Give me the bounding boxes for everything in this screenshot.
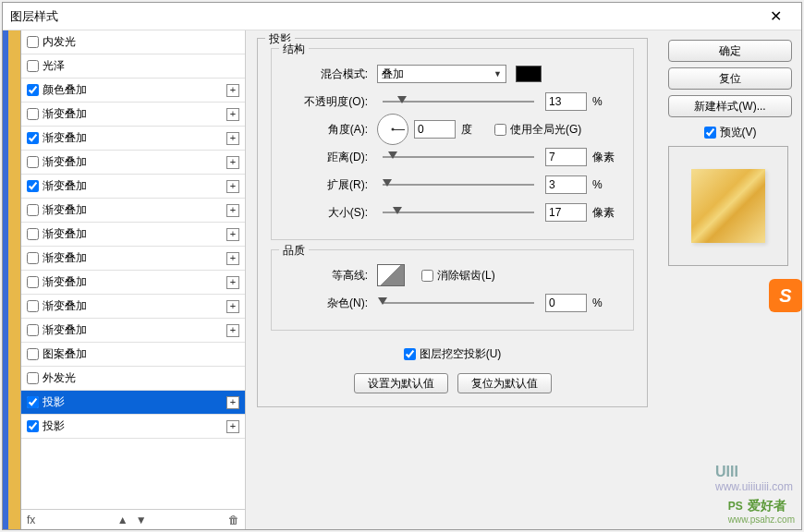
- add-instance-button[interactable]: +: [226, 276, 239, 289]
- spread-input[interactable]: [545, 175, 587, 194]
- spread-slider[interactable]: [383, 178, 534, 191]
- style-label: 投影: [43, 418, 65, 434]
- style-item[interactable]: 渐变叠加+: [21, 247, 245, 271]
- set-default-button[interactable]: 设置为默认值: [354, 373, 448, 393]
- quality-title: 品质: [279, 243, 309, 259]
- global-light-checkbox[interactable]: 使用全局光(G): [494, 122, 581, 138]
- noise-slider[interactable]: [383, 296, 534, 309]
- style-checkbox[interactable]: [27, 396, 39, 408]
- move-down-icon[interactable]: ▼: [136, 514, 147, 526]
- style-item[interactable]: 渐变叠加+: [21, 103, 245, 127]
- window-title: 图层样式: [10, 8, 58, 25]
- spread-label: 扩展(R):: [285, 177, 368, 193]
- style-items[interactable]: 内发光光泽颜色叠加+渐变叠加+渐变叠加+渐变叠加+渐变叠加+渐变叠加+渐变叠加+…: [21, 30, 245, 509]
- style-checkbox[interactable]: [27, 132, 39, 144]
- style-label: 渐变叠加: [43, 106, 87, 122]
- style-checkbox[interactable]: [27, 204, 39, 216]
- size-label: 大小(S):: [285, 205, 368, 221]
- opacity-input[interactable]: [545, 92, 587, 111]
- style-item[interactable]: 投影+: [21, 391, 245, 415]
- style-checkbox[interactable]: [27, 156, 39, 168]
- noise-row: 杂色(N): %: [285, 289, 620, 317]
- style-checkbox[interactable]: [27, 180, 39, 192]
- style-checkbox[interactable]: [27, 84, 39, 96]
- style-item[interactable]: 渐变叠加+: [21, 319, 245, 343]
- style-item[interactable]: 外发光: [21, 367, 245, 391]
- add-instance-button[interactable]: +: [226, 204, 239, 217]
- style-item[interactable]: 图案叠加: [21, 343, 245, 367]
- style-item[interactable]: 渐变叠加+: [21, 223, 245, 247]
- style-item[interactable]: 渐变叠加+: [21, 199, 245, 223]
- style-label: 渐变叠加: [43, 130, 87, 146]
- style-checkbox[interactable]: [27, 228, 39, 240]
- size-row: 大小(S): 像素: [285, 199, 620, 226]
- contour-picker[interactable]: [377, 264, 405, 286]
- style-item[interactable]: 渐变叠加+: [21, 175, 245, 199]
- angle-dial[interactable]: [377, 114, 408, 145]
- style-label: 渐变叠加: [43, 298, 87, 314]
- style-checkbox[interactable]: [27, 300, 39, 312]
- style-checkbox[interactable]: [27, 36, 39, 48]
- structure-title: 结构: [279, 42, 309, 57]
- preview-checkbox[interactable]: 预览(V): [668, 125, 792, 140]
- preview-thumbnail: [691, 169, 765, 243]
- add-instance-button[interactable]: +: [226, 324, 239, 337]
- move-up-icon[interactable]: ▲: [117, 514, 128, 526]
- style-label: 渐变叠加: [43, 202, 87, 218]
- color-swatch[interactable]: [516, 66, 542, 82]
- add-instance-button[interactable]: +: [226, 396, 239, 409]
- distance-label: 距离(D):: [285, 150, 368, 165]
- style-item[interactable]: 渐变叠加+: [21, 151, 245, 175]
- noise-label: 杂色(N):: [285, 296, 368, 311]
- add-instance-button[interactable]: +: [226, 156, 239, 169]
- add-instance-button[interactable]: +: [226, 228, 239, 241]
- style-checkbox[interactable]: [27, 372, 39, 384]
- ok-button[interactable]: 确定: [668, 40, 792, 62]
- style-item[interactable]: 内发光: [21, 30, 245, 54]
- new-style-button[interactable]: 新建样式(W)...: [668, 95, 792, 117]
- style-checkbox[interactable]: [27, 324, 39, 336]
- opacity-slider[interactable]: [383, 95, 534, 108]
- style-checkbox[interactable]: [27, 348, 39, 360]
- reset-button[interactable]: 复位: [668, 67, 792, 90]
- add-instance-button[interactable]: +: [226, 108, 239, 121]
- angle-input[interactable]: [414, 120, 456, 139]
- noise-input[interactable]: [545, 294, 587, 312]
- style-item[interactable]: 颜色叠加+: [21, 79, 245, 103]
- reset-default-button[interactable]: 复位为默认值: [457, 373, 552, 393]
- style-item[interactable]: 光泽: [21, 54, 245, 79]
- blend-mode-select[interactable]: 叠加 ▼: [377, 65, 506, 83]
- style-item[interactable]: 投影+: [21, 415, 245, 439]
- distance-input[interactable]: [545, 148, 587, 166]
- style-checkbox[interactable]: [27, 252, 39, 264]
- antialias-checkbox[interactable]: 消除锯齿(L): [421, 268, 495, 284]
- trash-icon[interactable]: 🗑: [228, 514, 239, 526]
- close-icon[interactable]: ✕: [757, 7, 794, 25]
- style-checkbox[interactable]: [27, 420, 39, 432]
- add-instance-button[interactable]: +: [226, 84, 239, 97]
- add-instance-button[interactable]: +: [226, 252, 239, 265]
- angle-unit: 度: [461, 122, 489, 138]
- style-label: 渐变叠加: [43, 178, 87, 194]
- add-instance-button[interactable]: +: [226, 300, 239, 313]
- style-list: 内发光光泽颜色叠加+渐变叠加+渐变叠加+渐变叠加+渐变叠加+渐变叠加+渐变叠加+…: [21, 30, 245, 529]
- add-instance-button[interactable]: +: [226, 420, 239, 433]
- style-item[interactable]: 渐变叠加+: [21, 127, 245, 151]
- contour-row: 等高线: 消除锯齿(L): [285, 261, 620, 289]
- style-checkbox[interactable]: [27, 108, 39, 120]
- blend-mode-row: 混合模式: 叠加 ▼: [285, 60, 620, 88]
- style-item[interactable]: 渐变叠加+: [21, 271, 245, 295]
- style-checkbox[interactable]: [27, 60, 39, 72]
- add-instance-button[interactable]: +: [226, 132, 239, 145]
- knockout-checkbox[interactable]: 图层挖空投影(U): [404, 346, 502, 362]
- style-checkbox[interactable]: [27, 276, 39, 288]
- contour-label: 等高线:: [285, 268, 368, 284]
- size-input[interactable]: [545, 203, 587, 222]
- add-instance-button[interactable]: +: [226, 180, 239, 193]
- distance-slider[interactable]: [383, 151, 534, 163]
- fx-icon[interactable]: fx: [27, 514, 35, 526]
- structure-subgroup: 结构 混合模式: 叠加 ▼ 不透明度(O):: [271, 48, 634, 240]
- angle-row: 角度(A): 度 使用全局光(G): [285, 115, 620, 143]
- style-item[interactable]: 渐变叠加+: [21, 295, 245, 319]
- size-slider[interactable]: [383, 206, 534, 219]
